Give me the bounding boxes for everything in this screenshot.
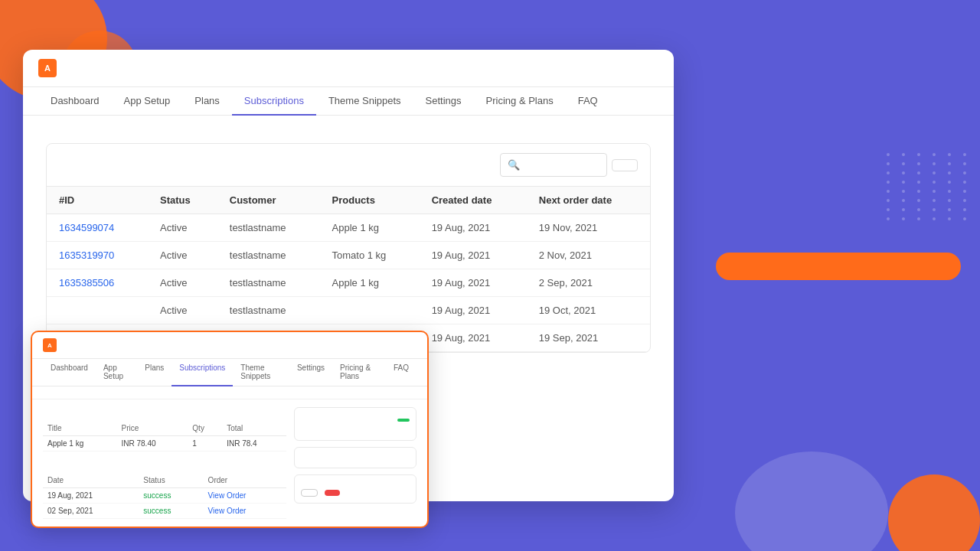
cell-products: Apple 1 kg — [320, 214, 420, 242]
subscriptions-table-card: 🔍 #ID Status Customer — [46, 143, 651, 353]
table-row: 1634599074 Active testlastname Apple 1 k… — [47, 214, 650, 242]
subscription-link[interactable]: 1635385506 — [59, 277, 114, 289]
payments-section: Date Status Order 19 Aug, 2021 success V… — [43, 459, 286, 519]
tab-subscriptions[interactable]: Subscriptions — [232, 87, 316, 116]
col-next-order: Next order date — [527, 187, 650, 214]
detail-left: Title Price Qty Total Apple 1 kg INR 78.… — [43, 407, 286, 519]
cell-created: 19 Aug, 2021 — [420, 269, 527, 297]
cell-customer: testlastname — [217, 297, 320, 324]
payment-row: 02 Sep, 2021 success View Order — [43, 504, 286, 519]
cell-products — [320, 297, 420, 324]
products-col-title: Title — [43, 421, 116, 436]
subscriptions-table: #ID Status Customer Products Created dat… — [47, 187, 650, 352]
cell-status: Active — [148, 269, 217, 297]
detail-tab-dashboard[interactable]: Dashboard — [43, 359, 96, 386]
detail-tab-theme-snippets[interactable]: Theme Snippets — [233, 359, 289, 386]
detail-nav: Dashboard App Setup Plans Subscriptions … — [32, 359, 427, 386]
cell-id: 1635319970 — [47, 242, 148, 269]
detail-tab-faq[interactable]: FAQ — [386, 359, 416, 386]
search-button[interactable] — [612, 159, 638, 171]
table-row: Active testlastname 19 Aug, 2021 19 Oct,… — [47, 297, 650, 324]
cell-id — [47, 297, 148, 324]
payments-table: Date Status Order 19 Aug, 2021 success V… — [43, 473, 286, 519]
product-total: INR 78.4 — [222, 436, 286, 452]
cell-next-order: 2 Sep, 2021 — [527, 269, 650, 297]
cell-products: Apple 1 kg — [320, 269, 420, 297]
table-row: 1635319970 Active testlastname Tomato 1 … — [47, 242, 650, 269]
search-wrap: 🔍 — [500, 153, 638, 177]
col-status: Status — [148, 187, 217, 214]
tab-app-setup[interactable]: App Setup — [112, 87, 183, 116]
tab-dashboard[interactable]: Dashboard — [38, 87, 112, 116]
detail-tab-subscriptions[interactable]: Subscriptions — [172, 359, 233, 386]
subscription-link[interactable]: 1634599074 — [59, 222, 114, 233]
change-status-card — [294, 474, 416, 504]
product-qty: 1 — [188, 436, 222, 452]
payment-status-badge: success — [143, 491, 171, 500]
cell-id: 1635385506 — [47, 269, 148, 297]
cell-created: 19 Aug, 2021 — [420, 297, 527, 324]
cell-products: Tomato 1 kg — [320, 242, 420, 269]
payment-order: View Order — [204, 504, 286, 519]
summary-status-row — [301, 419, 410, 422]
search-input-wrap: 🔍 — [500, 153, 607, 177]
product-price: INR 78.40 — [116, 436, 188, 452]
change-status-actions — [301, 486, 410, 497]
detail-right — [294, 407, 416, 519]
col-id: #ID — [47, 187, 148, 214]
cell-created: 19 Aug, 2021 — [420, 214, 527, 242]
payments-col-status: Status — [139, 473, 203, 488]
tab-plans[interactable]: Plans — [182, 87, 232, 116]
products-table: Title Price Qty Total Apple 1 kg INR 78.… — [43, 421, 286, 452]
dots-decoration: // Create dots grid const dotsContainer … — [887, 153, 972, 220]
next-order-card — [294, 447, 416, 468]
cell-next-order: 2 Nov, 2021 — [527, 242, 650, 269]
detail-logo-icon: A — [43, 338, 57, 352]
subscription-link[interactable]: 1635319970 — [59, 249, 114, 261]
detail-card: A Dashboard App Setup Plans Subscription… — [31, 331, 429, 528]
tab-pricing-plans[interactable]: Pricing & Plans — [474, 87, 566, 116]
products-header-row: Title Price Qty Total — [43, 421, 286, 436]
view-order-link[interactable]: View Order — [208, 491, 247, 500]
search-icon: 🔍 — [508, 159, 520, 171]
cell-next-order: 19 Sep, 2021 — [527, 324, 650, 352]
product-title: Apple 1 kg — [43, 436, 116, 452]
payment-order: View Order — [204, 488, 286, 504]
detail-logo: A — [43, 338, 61, 352]
col-created: Created date — [420, 187, 527, 214]
cell-customer: testlastname — [217, 242, 320, 269]
pause-button[interactable] — [301, 489, 318, 497]
payments-col-order: Order — [204, 473, 286, 488]
cell-status: Active — [148, 214, 217, 242]
col-products: Products — [320, 187, 420, 214]
detail-tab-plans[interactable]: Plans — [137, 359, 172, 386]
payment-status: success — [139, 504, 203, 519]
left-panel: A Dashboard App Setup Plans Subscription… — [0, 0, 697, 551]
detail-tab-app-setup[interactable]: App Setup — [96, 359, 137, 386]
cell-customer: testlastname — [217, 269, 320, 297]
view-order-link[interactable]: View Order — [208, 507, 247, 515]
payment-status: success — [139, 488, 203, 504]
payment-date: 02 Sep, 2021 — [43, 504, 139, 519]
payment-row: 19 Aug, 2021 success View Order — [43, 488, 286, 504]
cell-status: Active — [148, 297, 217, 324]
table-toolbar: 🔍 — [47, 144, 650, 187]
detail-header: A — [32, 332, 427, 359]
detail-tab-pricing-plans[interactable]: Pricing & Plans — [332, 359, 386, 386]
payment-date: 19 Aug, 2021 — [43, 488, 139, 504]
cell-next-order: 19 Nov, 2021 — [527, 214, 650, 242]
payment-status-badge: success — [143, 507, 171, 515]
tab-settings[interactable]: Settings — [413, 87, 474, 116]
cell-status: Active — [148, 242, 217, 269]
tab-faq[interactable]: FAQ — [566, 87, 610, 116]
main-container: A Dashboard App Setup Plans Subscription… — [0, 0, 980, 551]
products-row: Apple 1 kg INR 78.40 1 INR 78.4 — [43, 436, 286, 452]
logo-icon: A — [38, 59, 57, 77]
payments-col-date: Date — [43, 473, 139, 488]
tab-theme-snippets[interactable]: Theme Snippets — [316, 87, 413, 116]
cancel-button[interactable] — [325, 490, 340, 496]
detail-tab-settings[interactable]: Settings — [289, 359, 332, 386]
detail-title — [32, 386, 427, 399]
cell-created: 19 Aug, 2021 — [420, 324, 527, 352]
products-section: Title Price Qty Total Apple 1 kg INR 78.… — [43, 407, 286, 452]
